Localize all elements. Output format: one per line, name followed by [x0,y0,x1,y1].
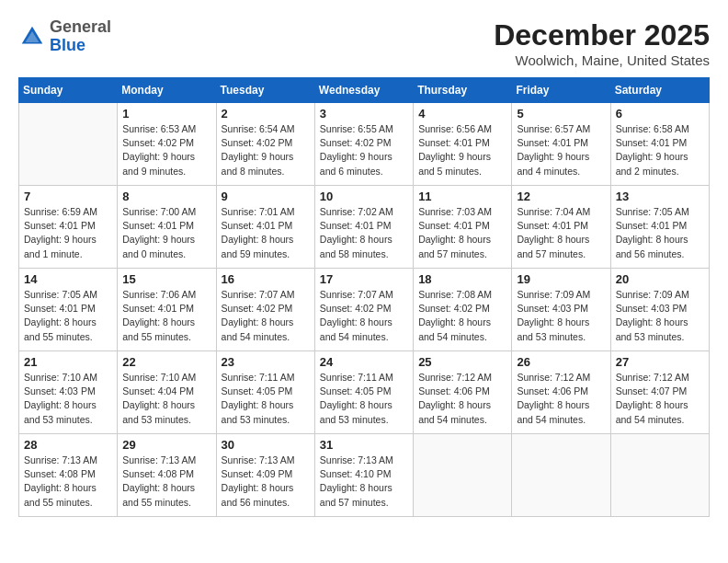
day-number: 6 [616,107,704,121]
day-info: Sunrise: 6:57 AMSunset: 4:01 PMDaylight:… [517,122,605,178]
day-info: Sunrise: 7:05 AMSunset: 4:01 PMDaylight:… [616,205,704,261]
calendar-cell: 19Sunrise: 7:09 AMSunset: 4:03 PMDayligh… [512,269,610,351]
calendar-cell: 14Sunrise: 7:05 AMSunset: 4:01 PMDayligh… [19,269,118,351]
calendar-cell: 31Sunrise: 7:13 AMSunset: 4:10 PMDayligh… [314,434,413,517]
day-number: 13 [616,190,704,203]
day-info: Sunrise: 7:13 AMSunset: 4:09 PMDaylight:… [222,454,310,510]
calendar-cell [19,103,118,186]
calendar-cell: 25Sunrise: 7:12 AMSunset: 4:06 PMDayligh… [414,351,512,434]
calendar-cell: 23Sunrise: 7:11 AMSunset: 4:05 PMDayligh… [216,351,314,434]
day-number: 15 [122,272,210,286]
day-number: 23 [222,355,310,369]
calendar-cell [610,434,709,517]
calendar-cell [414,434,512,517]
day-info: Sunrise: 7:12 AMSunset: 4:06 PMDaylight:… [418,371,506,427]
calendar-cell: 17Sunrise: 7:07 AMSunset: 4:02 PMDayligh… [314,269,413,351]
day-info: Sunrise: 7:07 AMSunset: 4:02 PMDaylight:… [222,288,310,344]
calendar: SundayMondayTuesdayWednesdayThursdayFrid… [18,77,710,517]
day-info: Sunrise: 6:54 AMSunset: 4:02 PMDaylight:… [222,122,310,178]
day-info: Sunrise: 7:09 AMSunset: 4:03 PMDaylight:… [517,288,605,344]
day-number: 14 [24,272,112,286]
day-info: Sunrise: 7:00 AMSunset: 4:01 PMDaylight:… [122,205,210,261]
calendar-cell: 11Sunrise: 7:03 AMSunset: 4:01 PMDayligh… [414,186,512,269]
day-info: Sunrise: 6:55 AMSunset: 4:02 PMDaylight:… [320,122,408,178]
week-row-3: 21Sunrise: 7:10 AMSunset: 4:03 PMDayligh… [19,351,710,434]
calendar-cell: 3Sunrise: 6:55 AMSunset: 4:02 PMDaylight… [314,103,413,186]
day-info: Sunrise: 7:10 AMSunset: 4:03 PMDaylight:… [24,371,112,427]
calendar-cell: 4Sunrise: 6:56 AMSunset: 4:01 PMDaylight… [414,103,512,186]
calendar-cell: 1Sunrise: 6:53 AMSunset: 4:02 PMDaylight… [118,103,216,186]
logo: General Blue [18,18,111,55]
day-number: 18 [418,272,506,286]
day-number: 26 [517,355,605,369]
title-block: December 2025 Woolwich, Maine, United St… [494,18,710,68]
calendar-cell: 10Sunrise: 7:02 AMSunset: 4:01 PMDayligh… [314,186,413,269]
day-info: Sunrise: 7:06 AMSunset: 4:01 PMDaylight:… [122,288,210,344]
weekday-header-friday: Friday [512,78,610,103]
calendar-cell: 29Sunrise: 7:13 AMSunset: 4:08 PMDayligh… [118,434,216,517]
day-number: 31 [320,438,408,452]
day-number: 28 [24,438,112,452]
logo-icon [18,23,46,51]
calendar-cell: 16Sunrise: 7:07 AMSunset: 4:02 PMDayligh… [216,269,314,351]
day-info: Sunrise: 6:56 AMSunset: 4:01 PMDaylight:… [418,122,506,178]
logo-general: General [50,17,111,36]
day-number: 21 [24,355,112,369]
day-number: 20 [616,272,704,286]
day-info: Sunrise: 7:12 AMSunset: 4:07 PMDaylight:… [616,371,704,427]
page-header: General Blue December 2025 Woolwich, Mai… [18,18,710,68]
weekday-header-monday: Monday [118,78,216,103]
day-info: Sunrise: 7:03 AMSunset: 4:01 PMDaylight:… [418,205,506,261]
day-number: 22 [122,355,210,369]
week-row-4: 28Sunrise: 7:13 AMSunset: 4:08 PMDayligh… [19,434,710,517]
calendar-cell: 13Sunrise: 7:05 AMSunset: 4:01 PMDayligh… [610,186,709,269]
day-info: Sunrise: 6:58 AMSunset: 4:01 PMDaylight:… [616,122,704,178]
day-info: Sunrise: 7:10 AMSunset: 4:04 PMDaylight:… [122,371,210,427]
weekday-header-saturday: Saturday [610,78,709,103]
day-info: Sunrise: 7:13 AMSunset: 4:08 PMDaylight:… [24,454,112,510]
calendar-cell: 15Sunrise: 7:06 AMSunset: 4:01 PMDayligh… [118,269,216,351]
day-info: Sunrise: 7:07 AMSunset: 4:02 PMDaylight:… [320,288,408,344]
weekday-header-tuesday: Tuesday [216,78,314,103]
day-info: Sunrise: 7:08 AMSunset: 4:02 PMDaylight:… [418,288,506,344]
day-number: 9 [222,190,310,203]
day-info: Sunrise: 7:11 AMSunset: 4:05 PMDaylight:… [222,371,310,427]
calendar-cell: 26Sunrise: 7:12 AMSunset: 4:06 PMDayligh… [512,351,610,434]
calendar-cell: 24Sunrise: 7:11 AMSunset: 4:05 PMDayligh… [314,351,413,434]
day-number: 8 [122,190,210,203]
day-number: 11 [418,190,506,203]
day-number: 29 [122,438,210,452]
calendar-cell: 30Sunrise: 7:13 AMSunset: 4:09 PMDayligh… [216,434,314,517]
calendar-cell [512,434,610,517]
day-number: 12 [517,190,605,203]
week-row-0: 1Sunrise: 6:53 AMSunset: 4:02 PMDaylight… [19,103,710,186]
calendar-cell: 22Sunrise: 7:10 AMSunset: 4:04 PMDayligh… [118,351,216,434]
day-number: 24 [320,355,408,369]
weekday-header-sunday: Sunday [19,78,118,103]
day-number: 27 [616,355,704,369]
day-info: Sunrise: 6:59 AMSunset: 4:01 PMDaylight:… [24,205,112,261]
day-number: 30 [222,438,310,452]
calendar-cell: 7Sunrise: 6:59 AMSunset: 4:01 PMDaylight… [19,186,118,269]
day-info: Sunrise: 7:13 AMSunset: 4:08 PMDaylight:… [122,454,210,510]
day-info: Sunrise: 7:13 AMSunset: 4:10 PMDaylight:… [320,454,408,510]
calendar-cell: 20Sunrise: 7:09 AMSunset: 4:03 PMDayligh… [610,269,709,351]
calendar-cell: 18Sunrise: 7:08 AMSunset: 4:02 PMDayligh… [414,269,512,351]
day-info: Sunrise: 7:11 AMSunset: 4:05 PMDaylight:… [320,371,408,427]
calendar-cell: 2Sunrise: 6:54 AMSunset: 4:02 PMDaylight… [216,103,314,186]
logo-blue: Blue [50,36,85,54]
day-number: 25 [418,355,506,369]
calendar-cell: 27Sunrise: 7:12 AMSunset: 4:07 PMDayligh… [610,351,709,434]
calendar-cell: 9Sunrise: 7:01 AMSunset: 4:01 PMDaylight… [216,186,314,269]
day-number: 3 [320,107,408,121]
day-info: Sunrise: 6:53 AMSunset: 4:02 PMDaylight:… [122,122,210,178]
month-title: December 2025 [494,18,710,52]
day-info: Sunrise: 7:02 AMSunset: 4:01 PMDaylight:… [320,205,408,261]
day-info: Sunrise: 7:12 AMSunset: 4:06 PMDaylight:… [517,371,605,427]
calendar-cell: 8Sunrise: 7:00 AMSunset: 4:01 PMDaylight… [118,186,216,269]
weekday-header-thursday: Thursday [414,78,512,103]
day-number: 19 [517,272,605,286]
calendar-cell: 28Sunrise: 7:13 AMSunset: 4:08 PMDayligh… [19,434,118,517]
logo-text: General Blue [50,18,111,55]
day-number: 16 [222,272,310,286]
